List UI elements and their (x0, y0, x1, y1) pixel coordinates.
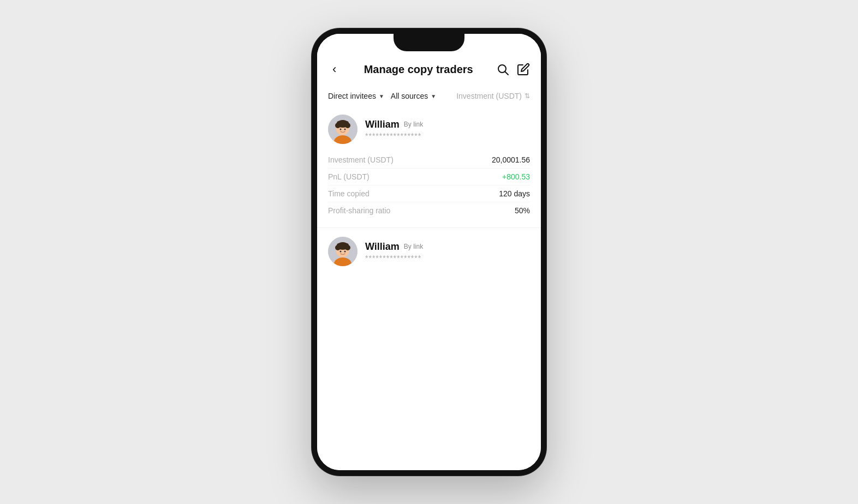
invitees-filter[interactable]: Direct invitees ▼ (328, 92, 384, 100)
trader-badge-2: By link (404, 243, 423, 250)
trader-id-1: **************** (365, 131, 423, 140)
scene: ‹ Manage copy traders (0, 0, 858, 504)
sort-label: Investment (USDT) (456, 92, 522, 100)
screen: ‹ Manage copy traders (317, 34, 541, 470)
time-label-1: Time copied (328, 189, 370, 198)
sort-filter[interactable]: Investment (USDT) ⇅ (456, 92, 530, 100)
trader-name-row-1: William By link (365, 119, 423, 130)
ratio-row-1: Profit-sharing ratio 50% (328, 202, 530, 219)
edit-icon[interactable] (517, 63, 530, 76)
svg-point-10 (344, 121, 349, 125)
ratio-value-1: 50% (515, 206, 530, 215)
time-value-1: 120 days (499, 189, 530, 198)
invitees-label: Direct invitees (328, 92, 376, 100)
svg-point-23 (344, 251, 346, 253)
avatar-2 (328, 237, 358, 266)
svg-point-8 (337, 121, 341, 125)
sources-filter[interactable]: All sources ▼ (391, 92, 436, 100)
trader-info-2: William By link **************** (365, 241, 423, 262)
pnl-label-1: PnL (USDT) (328, 172, 370, 181)
trader-name-1: William (365, 119, 400, 130)
trader-badge-1: By link (404, 121, 423, 128)
avatar-1 (328, 115, 358, 144)
trader-name-row-2: William By link (365, 241, 423, 253)
investment-row-1: Investment (USDT) 20,0001.56 (328, 152, 530, 169)
page-title: Manage copy traders (341, 63, 496, 76)
svg-line-1 (505, 72, 509, 75)
pnl-row-1: PnL (USDT) +800.53 (328, 169, 530, 185)
investment-value-1: 20,0001.56 (492, 155, 530, 164)
sort-icon: ⇅ (525, 92, 530, 100)
trader-id-2: **************** (365, 254, 423, 262)
time-row-1: Time copied 120 days (328, 185, 530, 202)
search-icon[interactable] (496, 63, 509, 76)
svg-point-19 (337, 243, 341, 248)
investment-label-1: Investment (USDT) (328, 155, 394, 164)
trader-card-2[interactable]: William By link **************** (317, 228, 541, 279)
trader-profile-1: William By link **************** (328, 115, 530, 144)
phone-notch (394, 34, 464, 51)
pnl-value-1: +800.53 (502, 172, 530, 181)
filter-bar: Direct invitees ▼ All sources ▼ Investme… (317, 84, 541, 106)
trader-info-1: William By link **************** (365, 119, 423, 140)
invitees-chevron: ▼ (379, 93, 384, 99)
ratio-label-1: Profit-sharing ratio (328, 206, 390, 215)
sources-chevron: ▼ (431, 93, 436, 99)
svg-point-22 (340, 251, 342, 253)
svg-point-12 (344, 129, 346, 130)
phone-shell: ‹ Manage copy traders (312, 28, 546, 476)
svg-point-21 (344, 243, 349, 248)
trader-card-1[interactable]: William By link **************** Investm… (317, 106, 541, 228)
sources-label: All sources (391, 92, 428, 100)
svg-point-20 (341, 242, 345, 247)
svg-point-11 (340, 129, 342, 130)
back-button[interactable]: ‹ (328, 60, 341, 79)
trader-name-2: William (365, 241, 400, 253)
header-actions (496, 63, 530, 76)
trader-profile-2: William By link **************** (328, 237, 530, 266)
svg-point-9 (341, 120, 345, 124)
